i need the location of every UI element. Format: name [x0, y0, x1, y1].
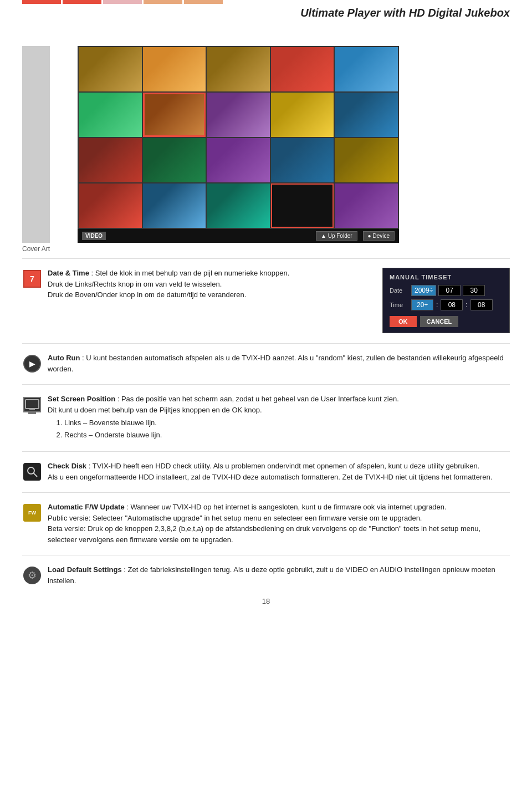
thumb-16 — [79, 183, 142, 228]
timeset-box: MANUAL TIMESET Date 2009÷ 07 30 Time 20÷… — [382, 268, 510, 333]
screen-icon — [22, 395, 42, 415]
auto-run-title: Auto Run — [48, 354, 80, 362]
screen-pos-list: Links – Bovenste blauwe lijn. Rechts – O… — [64, 417, 510, 440]
section-load-defaults: ⚙ Load Default Settings : Zet de fabriek… — [22, 564, 510, 586]
section-auto-run: ▶ Auto Run : U kunt bestanden automatisc… — [22, 353, 510, 374]
left-col — [22, 46, 50, 243]
thumb-12 — [143, 138, 206, 182]
deco-bar-4 — [144, 0, 182, 4]
svg-point-3 — [28, 467, 34, 474]
timeset-day[interactable]: 30 — [463, 285, 485, 296]
cancel-button[interactable]: CANCEL — [420, 316, 459, 327]
page-number: 18 — [22, 597, 510, 616]
play-icon: ▶ — [22, 354, 42, 374]
gear-icon: ⚙ — [22, 565, 42, 585]
screenshot-area: VIDEO ▲ Up Folder ● Device Cover Art — [22, 46, 510, 253]
deco-bar-2 — [63, 0, 101, 4]
deco-bar-3 — [103, 0, 142, 4]
thumb-4 — [271, 47, 334, 91]
thumb-14 — [271, 138, 334, 182]
page-title: Ultimate Player with HD Digital Jukebox — [300, 7, 510, 19]
deco-bar-5 — [184, 0, 223, 4]
device-button[interactable]: ● Device — [363, 231, 395, 241]
search-icon — [22, 462, 42, 482]
timeset-colon-2: : — [465, 301, 468, 309]
thumb-20 — [335, 183, 398, 228]
check-disk-text: Check Disk : TVIX-HD heeft een HDD check… — [48, 461, 510, 482]
fw-icon: FW — [22, 503, 42, 523]
timeset-hour[interactable]: 20÷ — [411, 299, 433, 310]
section-fw-update: FW Automatic F/W Update : Wanneer uw TVI… — [22, 502, 510, 545]
auto-run-text: Auto Run : U kunt bestanden automatisch … — [48, 353, 510, 374]
screen-pos-text: Set Screen Position : Pas de positie van… — [48, 394, 510, 441]
check-disk-title: Check Disk — [48, 462, 86, 470]
deco-bar-1 — [22, 0, 61, 4]
date-time-text: Date & Time : Stel de klok in met behulp… — [48, 268, 371, 300]
section-screen-pos: Set Screen Position : Pas de positie van… — [22, 394, 510, 441]
svg-line-4 — [34, 473, 38, 477]
thumb-5 — [335, 47, 398, 91]
fw-update-text: Automatic F/W Update : Wanneer uw TVIX-H… — [48, 502, 510, 545]
video-bar: VIDEO ▲ Up Folder ● Device — [78, 229, 399, 243]
thumb-9 — [271, 93, 334, 137]
timeset-time-label: Time — [390, 302, 409, 308]
thumbnail-grid-container: VIDEO ▲ Up Folder ● Device — [78, 46, 399, 243]
load-defaults-title: Load Default Settings — [48, 565, 122, 574]
thumb-1 — [79, 47, 142, 91]
timeset-year[interactable]: 2009÷ — [411, 285, 436, 296]
video-label: VIDEO — [82, 232, 106, 240]
timeset-min[interactable]: 08 — [441, 299, 463, 310]
thumb-6 — [79, 93, 142, 137]
thumb-18 — [207, 183, 270, 228]
thumb-7 — [143, 93, 206, 137]
timeset-buttons: OK CANCEL — [390, 316, 503, 327]
timeset-time-row: Time 20÷ : 08 : 08 — [390, 299, 503, 310]
svg-rect-0 — [25, 400, 39, 409]
auto-run-desc: : U kunt bestanden automatisch afspelen … — [48, 354, 504, 373]
thumb-8 — [207, 93, 270, 137]
thumb-3 — [207, 47, 270, 91]
screen-pos-item-1: Links – Bovenste blauwe lijn. — [64, 417, 510, 429]
ok-button[interactable]: OK — [390, 316, 417, 327]
screen-pos-item-2: Rechts – Onderste blauwe lijn. — [64, 430, 510, 441]
section-date-time: 7 Date & Time : Stel de klok in met behu… — [22, 268, 510, 333]
timeset-date-label: Date — [390, 287, 409, 294]
thumb-19 — [271, 183, 334, 228]
thumb-17 — [143, 183, 206, 228]
thumb-15 — [335, 138, 398, 182]
thumb-10 — [335, 93, 398, 137]
timeset-month[interactable]: 07 — [438, 285, 461, 296]
fw-update-title: Automatic F/W Update — [48, 503, 125, 511]
check-disk-desc: : TVIX-HD heeft een HDD check utility. A… — [48, 462, 492, 481]
date-time-title: Date & Time — [48, 269, 89, 277]
timeset-sec[interactable]: 08 — [470, 299, 493, 310]
section-check-disk: Check Disk : TVIX-HD heeft een HDD check… — [22, 461, 510, 482]
up-folder-button[interactable]: ▲ Up Folder — [316, 231, 357, 241]
thumb-13 — [207, 138, 270, 182]
screen-pos-title: Set Screen Position — [48, 395, 115, 403]
thumb-2 — [143, 47, 206, 91]
calendar-icon: 7 — [22, 269, 42, 289]
thumb-11 — [79, 138, 142, 182]
load-defaults-text: Load Default Settings : Zet de fabrieksi… — [48, 564, 510, 586]
cover-art-label: Cover Art — [22, 245, 510, 253]
timeset-date-row: Date 2009÷ 07 30 — [390, 285, 503, 296]
thumbnail-grid — [78, 46, 399, 229]
timeset-colon-1: : — [436, 301, 438, 309]
timeset-title: MANUAL TIMESET — [390, 274, 503, 280]
